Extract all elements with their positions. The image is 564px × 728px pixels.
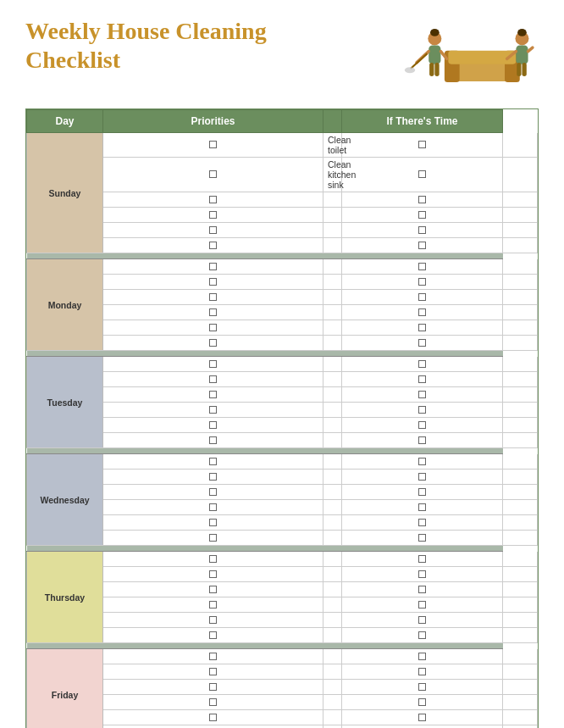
iftheres-checkbox[interactable] [342, 664, 503, 680]
iftheres-checkbox[interactable] [342, 223, 503, 238]
priority-task-text [323, 725, 342, 729]
col-cb-sep [323, 110, 342, 133]
iftheres-task-text [503, 582, 538, 597]
priority-checkbox[interactable] [103, 223, 323, 238]
iftheres-checkbox[interactable] [342, 725, 503, 729]
priority-checkbox[interactable] [103, 454, 323, 470]
priority-checkbox[interactable] [103, 208, 323, 223]
priority-checkbox[interactable] [103, 433, 323, 448]
svg-line-11 [411, 53, 428, 69]
priority-checkbox[interactable] [103, 336, 323, 351]
iftheres-checkbox[interactable] [342, 336, 503, 351]
iftheres-checkbox[interactable] [342, 192, 503, 208]
priority-checkbox[interactable] [103, 485, 323, 500]
priority-checkbox[interactable] [103, 680, 323, 695]
iftheres-checkbox[interactable] [342, 133, 503, 158]
iftheres-checkbox[interactable] [342, 710, 503, 725]
priority-checkbox[interactable] [103, 552, 323, 567]
day-cell-tuesday: Tuesday [27, 357, 103, 448]
iftheres-checkbox[interactable] [342, 387, 503, 403]
priority-task-text: Clean toilet [323, 133, 342, 158]
iftheres-checkbox[interactable] [342, 275, 503, 290]
priority-checkbox[interactable] [103, 275, 323, 290]
priority-checkbox[interactable] [103, 664, 323, 680]
iftheres-checkbox[interactable] [342, 567, 503, 582]
day-cell-wednesday: Wednesday [27, 454, 103, 546]
iftheres-task-text [503, 531, 538, 546]
iftheres-task-text [503, 403, 538, 418]
iftheres-checkbox[interactable] [342, 613, 503, 628]
iftheres-checkbox[interactable] [342, 628, 503, 643]
iftheres-checkbox[interactable] [342, 418, 503, 433]
priority-checkbox[interactable] [103, 470, 323, 485]
priority-checkbox[interactable] [103, 515, 323, 531]
table-row [27, 290, 538, 305]
iftheres-checkbox[interactable] [342, 515, 503, 531]
iftheres-checkbox[interactable] [342, 433, 503, 448]
priority-checkbox[interactable] [103, 710, 323, 725]
priority-checkbox[interactable] [103, 567, 323, 582]
iftheres-task-text [503, 223, 538, 238]
priority-checkbox[interactable] [103, 418, 323, 433]
priority-task-text [323, 208, 342, 223]
iftheres-checkbox[interactable] [342, 158, 503, 192]
svg-rect-6 [429, 45, 440, 64]
iftheres-task-text [503, 725, 538, 729]
priority-checkbox[interactable] [103, 403, 323, 418]
iftheres-task-text [503, 628, 538, 643]
iftheres-checkbox[interactable] [342, 470, 503, 485]
iftheres-checkbox[interactable] [342, 531, 503, 546]
priority-checkbox[interactable] [103, 613, 323, 628]
priority-checkbox[interactable] [103, 725, 323, 729]
priority-checkbox[interactable] [103, 531, 323, 546]
priority-checkbox[interactable] [103, 357, 323, 372]
table-row [27, 403, 538, 418]
iftheres-checkbox[interactable] [342, 238, 503, 253]
priority-checkbox[interactable] [103, 597, 323, 613]
priority-checkbox[interactable] [103, 158, 323, 192]
iftheres-checkbox[interactable] [342, 680, 503, 695]
iftheres-checkbox[interactable] [342, 695, 503, 710]
priority-checkbox[interactable] [103, 372, 323, 387]
iftheres-checkbox[interactable] [342, 485, 503, 500]
priority-checkbox[interactable] [103, 238, 323, 253]
iftheres-checkbox[interactable] [342, 403, 503, 418]
priority-checkbox[interactable] [103, 305, 323, 320]
table-row [27, 500, 538, 515]
page-header: Weekly House Cleaning Checklist [25, 17, 539, 93]
iftheres-checkbox[interactable] [342, 552, 503, 567]
priority-checkbox[interactable] [103, 500, 323, 515]
priority-checkbox[interactable] [103, 133, 323, 158]
iftheres-checkbox[interactable] [342, 290, 503, 305]
priority-checkbox[interactable] [103, 582, 323, 597]
iftheres-checkbox[interactable] [342, 372, 503, 387]
priority-checkbox[interactable] [103, 649, 323, 664]
priority-checkbox[interactable] [103, 290, 323, 305]
table-row: Friday [27, 649, 538, 664]
priority-task-text [323, 628, 342, 643]
table-row [27, 485, 538, 500]
priority-task-text [323, 531, 342, 546]
priority-task-text [323, 238, 342, 253]
iftheres-checkbox[interactable] [342, 597, 503, 613]
iftheres-task-text [503, 695, 538, 710]
table-row [27, 470, 538, 485]
priority-checkbox[interactable] [103, 695, 323, 710]
priority-checkbox[interactable] [103, 628, 323, 643]
iftheres-checkbox[interactable] [342, 500, 503, 515]
iftheres-checkbox[interactable] [342, 259, 503, 275]
iftheres-checkbox[interactable] [342, 582, 503, 597]
iftheres-checkbox[interactable] [342, 649, 503, 664]
iftheres-task-text [503, 238, 538, 253]
svg-point-5 [430, 29, 440, 36]
iftheres-checkbox[interactable] [342, 305, 503, 320]
iftheres-checkbox[interactable] [342, 357, 503, 372]
priority-task-text [323, 433, 342, 448]
iftheres-checkbox[interactable] [342, 208, 503, 223]
priority-checkbox[interactable] [103, 387, 323, 403]
iftheres-checkbox[interactable] [342, 454, 503, 470]
priority-checkbox[interactable] [103, 259, 323, 275]
priority-checkbox[interactable] [103, 192, 323, 208]
priority-checkbox[interactable] [103, 320, 323, 336]
iftheres-checkbox[interactable] [342, 320, 503, 336]
